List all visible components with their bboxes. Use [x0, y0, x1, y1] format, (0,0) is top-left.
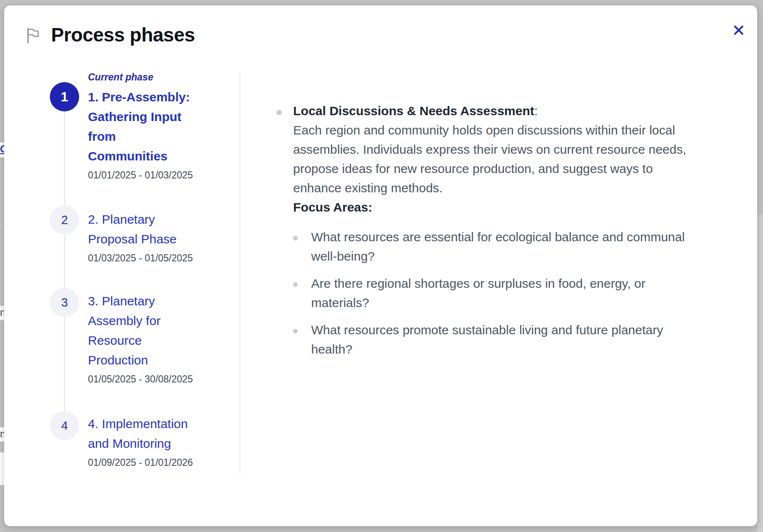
close-icon[interactable] — [730, 22, 747, 39]
phase-2-dates: 01/03/2025 - 01/05/2025 — [88, 252, 214, 264]
details-heading: Local Discussions & Needs Assessment — [293, 104, 534, 118]
focus-item-line: health? — [311, 340, 750, 359]
phase-1-dates: 01/01/2025 - 01/03/2025 — [88, 169, 214, 181]
flag-icon — [26, 27, 40, 44]
phase-title-line: from — [88, 127, 214, 146]
bullet-icon — [293, 236, 298, 240]
bullet-icon — [276, 110, 282, 115]
phase-1-step-circle[interactable]: 1 — [50, 82, 79, 111]
phase-title-line: Assembly for — [88, 311, 214, 331]
focus-item-line: What resources promote sustainable livin… — [311, 320, 750, 340]
backdrop-right-strip — [757, 215, 763, 532]
timeline-connector-line — [64, 97, 65, 426]
phase-title-line: Communities — [88, 146, 214, 166]
focus-item-line: What resources are essential for ecologi… — [311, 227, 750, 247]
phase-title-line: 1. Pre-Assembly: — [88, 87, 214, 107]
phase-3-title-link[interactable]: 3. Planetary Assembly for Resource Produ… — [88, 291, 214, 370]
backdrop-clipped-text: n — [0, 429, 4, 439]
focus-list-item: Are there regional shortages or surpluse… — [276, 274, 750, 312]
phase-title-line: 4. Implementation — [88, 414, 214, 434]
details-heading-colon: : — [534, 104, 538, 118]
phase-title-line: and Monitoring — [88, 434, 214, 453]
details-body-line: propose ideas for new resource productio… — [276, 159, 750, 178]
focus-areas-list: What resources are essential for ecologi… — [276, 227, 750, 359]
phase-4-step-circle[interactable]: 4 — [50, 411, 79, 440]
phase-title-line: 2. Planetary — [88, 209, 214, 229]
phase-2-title-link[interactable]: 2. Planetary Proposal Phase — [88, 209, 214, 249]
backdrop-clipped-link: G — [0, 144, 4, 155]
bullet-icon — [293, 282, 298, 287]
backdrop-left-strip: G n n — [0, 0, 4, 532]
focus-list-item: What resources are essential for ecologi… — [276, 227, 750, 266]
details-body-line: Each region and community holds open dis… — [276, 121, 750, 140]
modal-title: Process phases — [51, 24, 195, 46]
phase-title-line: Resource — [88, 331, 214, 350]
backdrop-clipped-text: n — [0, 307, 4, 318]
bullet-icon — [293, 329, 298, 333]
details-body-line: enhance existing methods. — [276, 178, 750, 198]
focus-item-line: materials? — [311, 293, 750, 312]
backdrop-white-patch — [0, 452, 4, 485]
phase-4-item: 4. Implementation and Monitoring 01/09/2… — [88, 414, 214, 469]
phase-4-dates: 01/09/2025 - 01/01/2026 — [88, 456, 214, 469]
phase-2-item: 2. Planetary Proposal Phase 01/03/2025 -… — [88, 209, 214, 264]
phase-4-title-link[interactable]: 4. Implementation and Monitoring — [88, 414, 214, 453]
focus-item-line: Are there regional shortages or surpluse… — [311, 274, 750, 293]
phase-title-line: 3. Planetary — [88, 291, 214, 311]
focus-areas-label: Focus Areas: — [276, 198, 750, 217]
phase-3-dates: 01/05/2025 - 30/08/2025 — [88, 373, 214, 385]
phase-details-panel: Local Discussions & Needs Assessment: Ea… — [276, 101, 750, 367]
phase-1-item: Current phase 1. Pre-Assembly: Gathering… — [88, 71, 214, 181]
phase-2-step-circle[interactable]: 2 — [50, 205, 79, 235]
focus-item-line: well-being? — [311, 247, 750, 266]
column-divider — [240, 72, 240, 473]
current-phase-badge: Current phase — [88, 71, 214, 83]
details-body-line: assemblies. Individuals express their vi… — [276, 140, 750, 159]
phase-title-line: Gathering Input — [88, 107, 214, 127]
phase-3-item: 3. Planetary Assembly for Resource Produ… — [88, 291, 214, 385]
details-heading-line: Local Discussions & Needs Assessment: — [276, 101, 750, 121]
phase-1-title-link[interactable]: 1. Pre-Assembly: Gathering Input from Co… — [88, 87, 214, 166]
process-phases-modal: Process phases 1 2 3 4 Current phase 1. … — [4, 5, 757, 526]
backdrop-divider-line — [0, 225, 4, 226]
phase-3-step-circle[interactable]: 3 — [50, 288, 79, 317]
focus-list-item: What resources promote sustainable livin… — [276, 320, 750, 359]
phase-title-line: Proposal Phase — [88, 229, 214, 249]
phase-title-line: Production — [88, 350, 214, 370]
